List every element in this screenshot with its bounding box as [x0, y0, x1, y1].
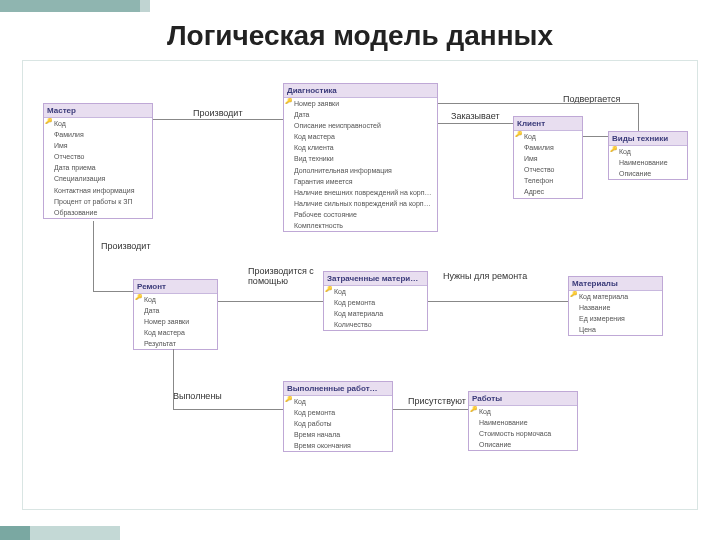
field-key: Код: [44, 118, 152, 129]
field: Наименование: [609, 157, 687, 168]
field: Комплектность: [284, 220, 437, 231]
connector: [393, 409, 468, 410]
connector: [438, 103, 638, 104]
entity-header: Затраченные матери…: [324, 272, 427, 286]
field-key: Код: [469, 406, 577, 417]
diagram-canvas: Мастер Код Фамилия Имя Отчество Дата при…: [22, 60, 698, 510]
field: Наличие внешних повреждений на корпусе: [284, 187, 437, 198]
field-key: Код: [324, 286, 427, 297]
entity-diag: Диагностика Номер заявки Дата Описание н…: [283, 83, 438, 232]
field-key: Номер заявки: [284, 98, 437, 109]
connector: [93, 291, 133, 292]
rel-label-produces2: Производит: [101, 241, 151, 251]
field: Специализация: [44, 173, 152, 184]
field: Фамилия: [514, 142, 582, 153]
entity-header: Работы: [469, 392, 577, 406]
field: Дополнительная информация: [284, 165, 437, 176]
field: Код ремонта: [284, 407, 392, 418]
entity-tech: Виды техники Код Наименование Описание: [608, 131, 688, 180]
entity-usedmat: Затраченные матери… Код Код ремонта Код …: [323, 271, 428, 331]
field: Цена: [569, 324, 662, 335]
field: Код работы: [284, 418, 392, 429]
entity-header: Виды техники: [609, 132, 687, 146]
field: Дата приема: [44, 162, 152, 173]
connector: [93, 221, 94, 291]
entity-header: Мастер: [44, 104, 152, 118]
entity-header: Клиент: [514, 117, 582, 131]
entity-works: Работы Код Наименование Стоимость нормоч…: [468, 391, 578, 451]
field: Контактная информация: [44, 185, 152, 196]
entity-header: Материалы: [569, 277, 662, 291]
connector: [438, 123, 513, 124]
field: Наличие сильных повреждений на корпусе: [284, 198, 437, 209]
entity-master: Мастер Код Фамилия Имя Отчество Дата при…: [43, 103, 153, 219]
field: Код мастера: [284, 131, 437, 142]
entity-header: Выполненные работ…: [284, 382, 392, 396]
rel-label-present: Присутствуют: [408, 396, 466, 406]
field: Количество: [324, 319, 427, 330]
field: Гарантия имеется: [284, 176, 437, 187]
connector: [218, 301, 323, 302]
entity-repair: Ремонт Код Дата Номер заявки Код мастера…: [133, 279, 218, 350]
field: Процент от работы к ЗП: [44, 196, 152, 207]
connector: [638, 103, 639, 131]
field-key: Код материала: [569, 291, 662, 302]
field: Имя: [514, 153, 582, 164]
rel-label-produces1: Производит: [193, 108, 243, 118]
accent-seg: [0, 526, 30, 540]
field: Время начала: [284, 429, 392, 440]
rel-label-done: Выполнены: [173, 391, 222, 401]
field-key: Код: [514, 131, 582, 142]
connector: [173, 409, 283, 410]
entity-client: Клиент Код Фамилия Имя Отчество Телефон …: [513, 116, 583, 199]
bottom-accent-bar: [0, 526, 720, 540]
field: Описание: [469, 439, 577, 450]
entity-header: Ремонт: [134, 280, 217, 294]
field: Код клиента: [284, 142, 437, 153]
top-accent-bar: [0, 0, 720, 12]
field: Время окончания: [284, 440, 392, 451]
field: Стоимость нормочаса: [469, 428, 577, 439]
field: Название: [569, 302, 662, 313]
connector: [173, 349, 174, 409]
page-title: Логическая модель данных: [0, 12, 720, 56]
field: Вид техники: [284, 153, 437, 164]
field: Код мастера: [134, 327, 217, 338]
connector: [583, 136, 608, 137]
field: Номер заявки: [134, 316, 217, 327]
field: Код материала: [324, 308, 427, 319]
connector: [428, 301, 568, 302]
field-key: Код: [134, 294, 217, 305]
rel-label-orders: Заказывает: [451, 111, 500, 121]
field: Дата: [284, 109, 437, 120]
field: Ед измерения: [569, 313, 662, 324]
field: Имя: [44, 140, 152, 151]
field: Рабочее состояние: [284, 209, 437, 220]
field: Наименование: [469, 417, 577, 428]
entity-header: Диагностика: [284, 84, 437, 98]
field: Результат: [134, 338, 217, 349]
field: Телефон: [514, 175, 582, 186]
field: Дата: [134, 305, 217, 316]
field-key: Код: [284, 396, 392, 407]
rel-label-neededfor: Нужны для ремонта: [443, 271, 527, 281]
entity-materials: Материалы Код материала Название Ед изме…: [568, 276, 663, 336]
field: Отчество: [514, 164, 582, 175]
connector: [153, 119, 283, 120]
field: Адрес: [514, 186, 582, 197]
field: Отчество: [44, 151, 152, 162]
field: Фамилия: [44, 129, 152, 140]
accent-seg: [30, 526, 120, 540]
entity-donework: Выполненные работ… Код Код ремонта Код р…: [283, 381, 393, 452]
field-key: Код: [609, 146, 687, 157]
field: Описание: [609, 168, 687, 179]
rel-label-madewith: Производится с помощью: [248, 266, 318, 286]
field: Описание неисправностей: [284, 120, 437, 131]
field: Код ремонта: [324, 297, 427, 308]
field: Образование: [44, 207, 152, 218]
